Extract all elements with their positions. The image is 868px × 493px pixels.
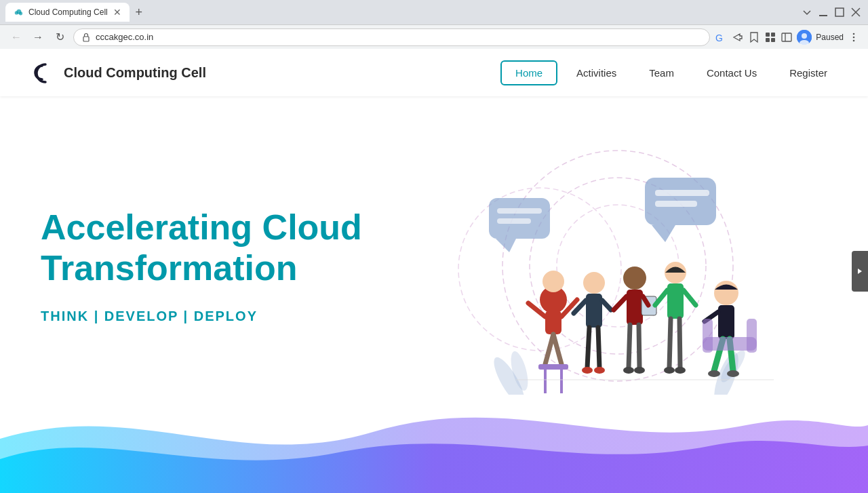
svg-line-51 — [602, 300, 611, 310]
svg-line-68 — [684, 290, 696, 305]
lock-icon — [82, 33, 90, 42]
svg-marker-27 — [496, 239, 516, 252]
svg-point-54 — [582, 367, 593, 374]
svg-rect-13 — [771, 38, 775, 42]
svg-marker-9 — [751, 33, 757, 42]
svg-line-61 — [629, 325, 630, 368]
new-tab-button[interactable]: + — [130, 3, 149, 22]
svg-text:G: G — [715, 33, 723, 43]
profile-avatar[interactable] — [797, 30, 812, 45]
svg-rect-45 — [538, 364, 568, 370]
hero-svg — [421, 137, 801, 395]
hero-subtitle: THINK | DEVELOP | DEPLOY — [41, 309, 395, 324]
nav-register[interactable]: Register — [776, 62, 841, 84]
menu-icon[interactable] — [848, 31, 860, 43]
hero-title: Accelerating Cloud Transformation — [41, 208, 395, 289]
browser-tab[interactable]: Cloud Computing Cell ✕ — [5, 3, 130, 22]
wave-section — [0, 384, 868, 493]
svg-rect-14 — [782, 33, 791, 41]
forward-button[interactable]: → — [30, 29, 46, 45]
svg-point-71 — [664, 367, 675, 374]
url-bar[interactable]: cccakgec.co.in — [73, 28, 710, 46]
share-icon[interactable] — [732, 31, 744, 43]
title-bar: Cloud Computing Cell ✕ + — [0, 0, 868, 24]
svg-point-39 — [542, 271, 564, 292]
svg-point-79 — [727, 370, 739, 377]
svg-line-53 — [598, 328, 599, 368]
svg-rect-28 — [497, 208, 542, 214]
navbar: Cloud Computing Cell Home Activities Tea… — [0, 49, 868, 96]
tab-title: Cloud Computing Cell — [28, 7, 108, 17]
website-content: Cloud Computing Cell Home Activities Tea… — [0, 49, 868, 493]
svg-rect-81 — [703, 319, 713, 353]
svg-marker-31 — [652, 225, 675, 242]
profile-label[interactable]: Paused — [816, 33, 844, 42]
url-text: cccakgec.co.in — [96, 32, 153, 42]
svg-rect-7 — [83, 37, 89, 41]
google-icon[interactable]: G — [715, 31, 728, 43]
nav-team[interactable]: Team — [635, 62, 688, 84]
address-actions: G — [715, 30, 860, 45]
svg-rect-49 — [586, 294, 602, 328]
svg-point-56 — [623, 267, 646, 290]
svg-rect-12 — [766, 38, 770, 42]
svg-line-67 — [655, 290, 667, 305]
sidebar-icon[interactable] — [781, 31, 793, 43]
hero-illustration — [395, 123, 827, 408]
nav-home[interactable]: Home — [500, 60, 557, 85]
bookmark-icon[interactable] — [748, 31, 760, 43]
side-arrow-button[interactable] — [852, 251, 868, 292]
hero-section: Accelerating Cloud Transformation THINK … — [0, 96, 868, 408]
svg-point-48 — [583, 272, 605, 294]
svg-point-21 — [853, 39, 855, 41]
svg-point-73 — [714, 281, 738, 305]
svg-rect-74 — [718, 305, 734, 339]
svg-line-42 — [553, 334, 561, 364]
svg-marker-84 — [858, 269, 862, 274]
svg-point-78 — [708, 370, 720, 377]
nav-contact[interactable]: Contact Us — [693, 62, 770, 84]
logo-area: Cloud Computing Cell — [27, 58, 206, 87]
logo-text: Cloud Computing Cell — [64, 65, 206, 81]
logo-icon — [27, 58, 57, 87]
svg-rect-29 — [497, 218, 531, 224]
maximize-icon[interactable] — [833, 5, 846, 19]
address-bar: ← → ↻ cccakgec.co.in G — [0, 24, 868, 49]
chevron-down-icon[interactable] — [800, 5, 814, 19]
svg-rect-10 — [766, 33, 770, 37]
tab-close-button[interactable]: ✕ — [113, 7, 121, 18]
svg-point-72 — [675, 367, 686, 374]
svg-line-70 — [679, 319, 680, 368]
svg-rect-11 — [771, 33, 775, 37]
svg-point-55 — [594, 367, 605, 374]
browser-chrome: Cloud Computing Cell ✕ + ← → ↻ — [0, 0, 868, 49]
svg-rect-4 — [835, 8, 844, 16]
svg-rect-33 — [655, 201, 697, 207]
svg-point-63 — [623, 367, 634, 374]
close-icon[interactable] — [849, 5, 863, 19]
window-controls — [800, 5, 863, 19]
svg-line-69 — [669, 319, 671, 368]
svg-point-64 — [634, 367, 645, 374]
svg-line-62 — [639, 325, 639, 368]
svg-rect-32 — [655, 190, 709, 196]
back-button[interactable]: ← — [8, 29, 24, 45]
svg-rect-82 — [747, 319, 757, 353]
svg-point-20 — [853, 36, 855, 38]
svg-rect-57 — [627, 290, 643, 325]
svg-line-52 — [587, 328, 589, 368]
svg-point-2 — [19, 12, 22, 15]
svg-point-19 — [853, 33, 855, 35]
extensions-icon[interactable] — [764, 31, 776, 43]
minimize-icon[interactable] — [816, 5, 830, 19]
svg-point-17 — [802, 33, 807, 39]
nav-activities[interactable]: Activities — [563, 62, 630, 84]
svg-rect-40 — [545, 311, 561, 334]
nav-links: Home Activities Team Contact Us Register — [500, 60, 841, 85]
reload-button[interactable]: ↻ — [52, 29, 68, 45]
hero-text: Accelerating Cloud Transformation THINK … — [41, 208, 395, 325]
tab-favicon — [14, 7, 23, 17]
svg-rect-66 — [667, 283, 684, 319]
